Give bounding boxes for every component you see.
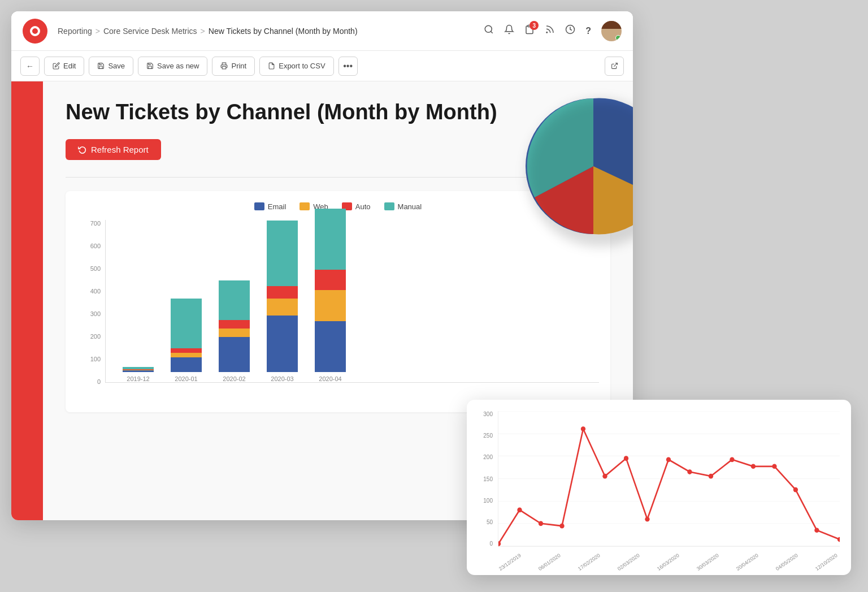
x-label-2: 17/02/2020 (577, 552, 601, 572)
line-y-50: 50 (487, 519, 493, 525)
edit-button[interactable]: Edit (44, 57, 84, 76)
dot-8 (666, 457, 671, 462)
bar-seg-web (315, 290, 346, 321)
bar-seg-web (267, 299, 298, 316)
legend-email-label: Email (268, 202, 287, 211)
breadcrumb-middle[interactable]: Core Service Desk Metrics (103, 27, 197, 36)
help-icon[interactable]: ? (585, 26, 591, 36)
y-label-500: 500 (90, 265, 101, 272)
dot-5 (602, 474, 607, 479)
svg-point-3 (546, 32, 548, 33)
line-y-250: 250 (483, 433, 493, 439)
clipboard-icon[interactable]: 3 (524, 24, 535, 37)
app-logo[interactable] (23, 19, 47, 44)
x-label-4: 16/03/2020 (656, 552, 680, 572)
external-button[interactable] (605, 57, 624, 76)
dot-9 (687, 469, 692, 474)
bar-group-2020-03: 2020-03 (267, 221, 298, 382)
bar-seg-email (171, 357, 202, 372)
bar-label-2020-04: 2020-04 (319, 375, 341, 382)
bar-chart: 0 100 200 300 400 500 600 700 (77, 220, 599, 401)
pie-chart (520, 93, 633, 240)
svg-line-6 (614, 63, 617, 67)
nav-icons: 3 ? (484, 21, 622, 41)
bar-seg-web (219, 329, 250, 337)
more-button[interactable]: ••• (338, 57, 358, 76)
breadcrumb-root[interactable]: Reporting (58, 27, 92, 36)
bar-seg-email (123, 370, 154, 372)
dot-16 (837, 537, 840, 542)
bar-label-2020-01: 2020-01 (175, 375, 197, 382)
save-as-new-button[interactable]: Save as new (138, 57, 207, 76)
sidebar (11, 81, 43, 520)
line-y-300: 300 (483, 411, 493, 417)
export-csv-label: Export to CSV (279, 62, 325, 70)
dot-2 (539, 521, 543, 526)
clock-icon[interactable] (565, 24, 575, 37)
refresh-label: Refresh Report (91, 145, 149, 154)
bar-seg-manual (219, 280, 250, 320)
breadcrumb-current: New Tickets by Channel (Month by Month) (209, 27, 358, 36)
legend-email: Email (254, 202, 287, 211)
x-label-0: 23/12/2019 (498, 552, 522, 572)
x-label-3: 02/03/2020 (617, 552, 641, 572)
bar-label-2020-02: 2020-02 (223, 375, 245, 382)
logo-circle (30, 26, 40, 36)
dot-0 (498, 541, 501, 546)
y-label-100: 100 (90, 356, 101, 362)
stacked-bar-2019-12 (123, 367, 154, 372)
bar-label-2020-03: 2020-03 (271, 375, 293, 382)
edit-label: Edit (63, 62, 76, 70)
rss-icon[interactable] (545, 24, 555, 37)
bar-seg-web (171, 353, 202, 357)
legend-auto-label: Auto (355, 202, 371, 211)
dot-4 (581, 426, 585, 431)
breadcrumb: Reporting > Core Service Desk Metrics > … (58, 27, 484, 36)
line-chart-x-axis: 23/12/2019 06/01/2020 17/02/2020 02/03/2… (498, 563, 840, 573)
avatar-hair (601, 21, 622, 29)
bars-container: 2019-12 2020-01 (105, 220, 599, 383)
dot-7 (645, 517, 649, 522)
line-chart-y-axis: 0 50 100 150 200 250 300 (467, 411, 496, 547)
bar-seg-auto (219, 320, 250, 329)
bar-seg-auto (267, 286, 298, 299)
back-button[interactable]: ← (20, 57, 40, 76)
breadcrumb-sep2: > (201, 27, 205, 36)
save-button[interactable]: Save (89, 57, 133, 76)
dot-11 (730, 457, 734, 462)
print-button[interactable]: Print (212, 57, 255, 76)
legend-manual: Manual (384, 202, 422, 211)
avatar[interactable] (601, 21, 622, 41)
bell-icon[interactable] (504, 24, 514, 37)
y-label-400: 400 (90, 288, 101, 295)
legend-web-dot (300, 202, 310, 210)
save-label: Save (108, 62, 125, 70)
line-y-100: 100 (483, 498, 493, 504)
dot-10 (709, 474, 713, 479)
bar-group-2020-02: 2020-02 (219, 280, 250, 382)
legend-email-dot (254, 202, 264, 210)
bar-seg-email (315, 321, 346, 372)
notification-badge: 3 (530, 21, 539, 30)
search-icon[interactable] (484, 24, 494, 37)
bar-seg-manual (171, 299, 202, 348)
x-label-7: 04/05/2020 (775, 552, 799, 572)
y-label-300: 300 (90, 310, 101, 317)
x-label-5: 30/03/2020 (696, 552, 720, 572)
dot-14 (793, 487, 798, 492)
save-as-new-label: Save as new (157, 62, 199, 70)
navbar: Reporting > Core Service Desk Metrics > … (11, 11, 633, 51)
line-chart-svg (498, 411, 840, 546)
online-indicator (615, 35, 621, 41)
pie-chart-container (520, 93, 633, 240)
refresh-report-button[interactable]: Refresh Report (66, 139, 161, 160)
export-csv-button[interactable]: Export to CSV (259, 57, 333, 76)
dot-13 (772, 464, 776, 469)
legend-manual-label: Manual (398, 202, 422, 211)
dot-1 (517, 508, 522, 513)
svg-rect-5 (223, 67, 227, 69)
bar-seg-email (267, 316, 298, 372)
svg-line-1 (491, 31, 493, 33)
dot-12 (751, 464, 756, 469)
bar-label-2019-12: 2019-12 (127, 375, 149, 382)
